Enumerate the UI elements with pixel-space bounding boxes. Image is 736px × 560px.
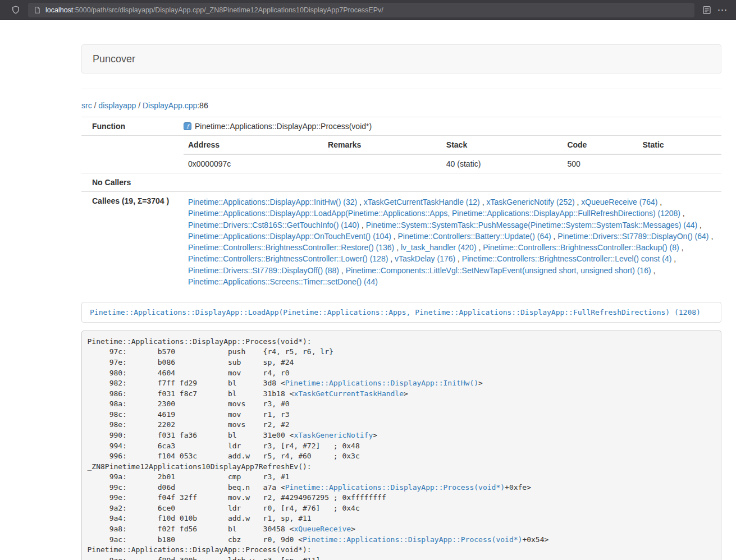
callee-link[interactable]: vTaskDelay (176) <box>395 254 455 263</box>
app-title[interactable]: Puncover <box>93 53 135 65</box>
details-label-empty <box>81 136 184 173</box>
no-callers-row: No Callers <box>81 173 721 192</box>
callee-link[interactable]: xTaskGenericNotify (252) <box>486 198 574 206</box>
stack-cell: 40 (static) <box>442 154 563 173</box>
page-actions-menu-icon[interactable]: ⋯ <box>715 3 730 17</box>
callee-link[interactable]: Pinetime::Controllers::Battery::Update()… <box>398 232 551 241</box>
breadcrumb-line-number: :86 <box>197 101 208 110</box>
callee-link[interactable]: Pinetime::Applications::DisplayApp::OnTo… <box>188 232 391 241</box>
asm-symbol-link[interactable]: Pinetime::Applications::DisplayApp::Init… <box>285 379 478 387</box>
callee-link[interactable]: Pinetime::Controllers::BrightnessControl… <box>188 243 394 252</box>
static-cell <box>638 154 721 173</box>
breadcrumb-link-file[interactable]: DisplayApp.cpp <box>143 101 197 110</box>
function-name: Pinetime::Applications::DisplayApp::Proc… <box>195 122 372 131</box>
url-text: localhost:5000/path/src/displayapp/Displ… <box>45 6 383 14</box>
callee-link[interactable]: Pinetime::Drivers::Cst816S::GetTouchInfo… <box>188 221 359 229</box>
callee-link[interactable]: xTaskGetCurrentTaskHandle (12) <box>364 198 480 206</box>
callees-label: Callees (19, Σ=3704 ) <box>81 192 184 292</box>
metrics-table: Address Remarks Stack Code Static 0x0000… <box>184 136 721 173</box>
reader-mode-icon[interactable] <box>699 3 715 17</box>
asm-symbol-link[interactable]: xTaskGenericNotify <box>294 431 373 439</box>
breadcrumb-separator: / <box>92 101 99 110</box>
highlighted-callee-link[interactable]: Pinetime::Applications::DisplayApp::Load… <box>81 302 721 323</box>
url-bar[interactable]: localhost:5000/path/src/displayapp/Displ… <box>28 3 694 17</box>
breadcrumb-link-displayapp[interactable]: displayapp <box>98 101 136 110</box>
breadcrumb: src / displayapp / DisplayApp.cpp:86 <box>81 101 721 110</box>
url-host: localhost <box>45 6 73 14</box>
code-cell: 500 <box>563 154 638 173</box>
remarks-cell <box>323 154 442 173</box>
column-stack: Stack <box>442 136 563 154</box>
breadcrumb-link-src[interactable]: src <box>81 101 92 110</box>
function-detail-table: Function f Pinetime::Applications::Displ… <box>81 117 721 292</box>
callee-link[interactable]: Pinetime::Applications::DisplayApp::Init… <box>188 198 357 206</box>
browser-chrome: localhost:5000/path/src/displayapp/Displ… <box>0 0 736 20</box>
table-row: 0x0000097c 40 (static) 500 <box>184 154 721 173</box>
function-row: Function f Pinetime::Applications::Displ… <box>81 117 721 136</box>
asm-symbol-link[interactable]: xQueueReceive <box>294 525 351 533</box>
shield-icon[interactable] <box>8 3 24 17</box>
function-icon: f <box>184 122 191 130</box>
app-header: Puncover <box>81 44 721 74</box>
column-static: Static <box>638 136 721 154</box>
callee-link[interactable]: Pinetime::Controllers::BrightnessControl… <box>188 254 388 263</box>
disassembly: Pinetime::Applications::DisplayApp::Proc… <box>81 331 721 560</box>
callees-row: Callees (19, Σ=3704 ) Pinetime::Applicat… <box>81 192 721 292</box>
callee-link[interactable]: Pinetime::System::SystemTask::PushMessag… <box>366 221 698 229</box>
column-remarks: Remarks <box>323 136 442 154</box>
page-icon[interactable] <box>34 6 41 14</box>
callee-link[interactable]: Pinetime::Drivers::St7789::DisplayOn() (… <box>557 232 708 241</box>
no-callers-label: No Callers <box>81 173 184 192</box>
callee-link[interactable]: Pinetime::Applications::Screens::Timer::… <box>188 277 378 286</box>
breadcrumb-separator: / <box>136 101 143 110</box>
url-path: :5000/path/src/displayapp/DisplayApp.cpp… <box>73 6 383 14</box>
column-code: Code <box>563 136 638 154</box>
column-address: Address <box>184 136 323 154</box>
callee-link[interactable]: Pinetime::Controllers::BrightnessControl… <box>483 243 679 252</box>
asm-symbol-link[interactable]: Pinetime::Applications::DisplayApp::Proc… <box>303 535 522 544</box>
callee-link[interactable]: lv_task_handler (420) <box>401 243 477 252</box>
callee-link[interactable]: Pinetime::Applications::DisplayApp::Load… <box>188 209 680 218</box>
metrics-header-row: Address Remarks Stack Code Static <box>184 136 721 154</box>
callee-link[interactable]: xQueueReceive (764) <box>581 198 657 206</box>
callee-link[interactable]: Pinetime::Components::LittleVgl::SetNewT… <box>346 266 651 275</box>
address-cell: 0x0000097c <box>184 154 323 173</box>
details-row: Address Remarks Stack Code Static 0x0000… <box>81 136 721 173</box>
callee-link[interactable]: Pinetime::Controllers::BrightnessControl… <box>462 254 671 263</box>
asm-symbol-link[interactable]: xTaskGetCurrentTaskHandle <box>294 389 404 398</box>
divider <box>81 89 721 89</box>
callee-link[interactable]: Pinetime::Drivers::St7789::DisplayOff() … <box>188 266 339 275</box>
ellipsis-glyph: ⋯ <box>717 5 728 15</box>
page-container: Puncover src / displayapp / DisplayApp.c… <box>81 44 721 560</box>
function-label: Function <box>81 117 184 136</box>
asm-symbol-link[interactable]: Pinetime::Applications::DisplayApp::Proc… <box>285 483 505 492</box>
callees-list: Pinetime::Applications::DisplayApp::Init… <box>188 196 717 287</box>
